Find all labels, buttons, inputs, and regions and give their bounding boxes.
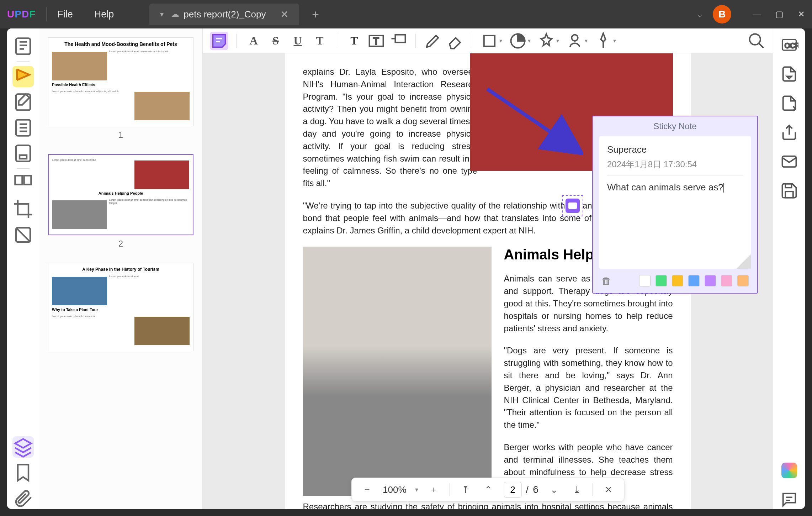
reader-mode-button[interactable] xyxy=(12,36,34,57)
comment-mode-button[interactable] xyxy=(12,66,34,87)
sticky-text-input[interactable]: What can animals serve as? xyxy=(607,182,743,193)
zoom-dropdown[interactable]: ▾ xyxy=(415,486,418,494)
svg-rect-20 xyxy=(785,184,791,188)
squiggly-tool[interactable]: T xyxy=(311,32,329,50)
callout-tool[interactable] xyxy=(389,32,408,50)
app-logo: UPDF xyxy=(7,9,36,20)
tab-dropdown-icon[interactable]: ▾ xyxy=(160,10,164,19)
highlight-tool[interactable]: A xyxy=(244,32,263,50)
sticky-author: Superace xyxy=(607,144,743,155)
sticky-color-swatch[interactable] xyxy=(688,275,700,286)
underline-tool[interactable]: U xyxy=(288,32,307,50)
svg-rect-11 xyxy=(484,35,495,46)
layers-button[interactable] xyxy=(12,436,34,458)
thumb-title: The Health and Mood-Boosting Benefits of… xyxy=(52,41,190,47)
email-button[interactable] xyxy=(780,152,798,171)
window-menu-icon[interactable]: ⌵ xyxy=(697,9,702,19)
text-tool[interactable]: T xyxy=(345,32,363,50)
svg-text:T: T xyxy=(373,35,379,46)
thumb-heading: Why to Take a Plant Tour xyxy=(52,307,190,312)
attachments-button[interactable] xyxy=(12,488,34,509)
paragraph: Researchers are studying the safety of b… xyxy=(303,501,673,509)
thumbnail-page-2[interactable]: Lorem ipsum dolor sit amet consectetur A… xyxy=(48,154,193,235)
strikethrough-tool[interactable]: S xyxy=(266,32,285,50)
ocr-button[interactable]: OCR xyxy=(780,36,798,54)
pen-tool[interactable] xyxy=(594,32,612,50)
page-total: 6 xyxy=(533,484,538,495)
shape-tool[interactable] xyxy=(480,32,499,50)
tab-close-icon[interactable]: ✕ xyxy=(280,9,288,20)
resize-handle[interactable] xyxy=(737,254,751,269)
save-button[interactable] xyxy=(780,181,798,200)
titlebar: UPDF File Help ▾ ☁ pets report(2)_Copy ✕… xyxy=(0,0,812,28)
sticky-popup-title: Sticky Note xyxy=(593,116,757,136)
menu-help[interactable]: Help xyxy=(94,9,114,20)
textbox-tool[interactable]: T xyxy=(367,32,386,50)
organize-mode-button[interactable] xyxy=(12,117,34,138)
redact-button[interactable] xyxy=(12,224,34,246)
minimize-button[interactable]: — xyxy=(753,9,761,19)
new-tab-button[interactable]: ＋ xyxy=(310,6,321,22)
zoom-level: 100% xyxy=(383,484,407,495)
sticky-note-marker[interactable] xyxy=(566,199,580,213)
page-separator: / xyxy=(526,484,529,495)
thumbnail-page-1[interactable]: The Health and Mood-Boosting Benefits of… xyxy=(48,37,193,126)
svg-rect-10 xyxy=(395,35,405,42)
eraser-tool[interactable] xyxy=(446,32,464,50)
prev-page-button[interactable]: ⌃ xyxy=(481,483,495,497)
thumbnails-panel: The Health and Mood-Boosting Benefits of… xyxy=(39,28,203,509)
next-page-button[interactable]: ⌄ xyxy=(547,483,561,497)
thumb-heading: Animals Helping People xyxy=(52,191,189,195)
convert-button[interactable] xyxy=(780,94,798,112)
sticker-tool[interactable] xyxy=(509,32,527,50)
sticky-color-swatch[interactable] xyxy=(737,275,749,286)
first-page-button[interactable]: ⤒ xyxy=(458,483,473,497)
sticky-note-tool[interactable] xyxy=(210,32,228,50)
sticky-color-swatch[interactable] xyxy=(705,275,716,286)
search-button[interactable] xyxy=(747,32,766,50)
export-button[interactable] xyxy=(780,65,798,83)
svg-rect-5 xyxy=(15,176,22,185)
signature-tool[interactable] xyxy=(566,32,584,50)
zoom-in-button[interactable]: + xyxy=(427,483,441,497)
pencil-tool[interactable] xyxy=(424,32,442,50)
maximize-button[interactable]: ▢ xyxy=(775,9,784,19)
sticky-color-swatch[interactable] xyxy=(639,275,651,286)
page-input[interactable] xyxy=(504,482,522,497)
form-mode-button[interactable] xyxy=(12,143,34,164)
thumb-number-1: 1 xyxy=(48,130,193,140)
user-avatar[interactable]: B xyxy=(713,5,731,23)
close-button[interactable]: ✕ xyxy=(798,9,805,19)
last-page-button[interactable]: ⤓ xyxy=(570,483,584,497)
svg-text:OCR: OCR xyxy=(785,42,798,49)
delete-sticky-button[interactable]: 🗑 xyxy=(601,275,613,286)
thumbnail-page-3[interactable]: A Key Phase in the History of Tourism Lo… xyxy=(48,263,193,351)
doc-image-cat xyxy=(303,247,492,496)
share-button[interactable] xyxy=(780,123,798,142)
bookmarks-button[interactable] xyxy=(12,462,34,483)
stamp-tool[interactable] xyxy=(537,32,556,50)
paragraph: explains Dr. Layla Esposito, who oversee… xyxy=(303,66,477,190)
menu-file[interactable]: File xyxy=(57,9,73,20)
close-nav-button[interactable]: ✕ xyxy=(601,483,616,497)
page-tools-button[interactable] xyxy=(12,173,34,194)
tab-title: pets report(2)_Copy xyxy=(184,9,266,20)
ai-button[interactable] xyxy=(780,461,798,480)
svg-rect-6 xyxy=(24,176,31,185)
cloud-icon: ☁ xyxy=(171,9,179,19)
sticky-color-swatch[interactable] xyxy=(721,275,732,286)
crop-button[interactable] xyxy=(12,199,34,220)
document-tab[interactable]: ▾ ☁ pets report(2)_Copy ✕ xyxy=(149,4,299,25)
sticky-color-swatch[interactable] xyxy=(672,275,683,286)
svg-point-14 xyxy=(750,34,760,44)
zoom-out-button[interactable]: − xyxy=(360,483,374,497)
annotation-toolbar: A S U T T T ▾ ▾ ▾ ▾ ▾ xyxy=(203,28,773,53)
edit-mode-button[interactable] xyxy=(12,91,34,113)
comments-panel-button[interactable] xyxy=(780,490,798,509)
sticky-color-swatch[interactable] xyxy=(656,275,667,286)
right-toolbar: OCR xyxy=(773,28,805,509)
sticky-note-popup: Sticky Note Superace 2024年1月8日 17:30:54 … xyxy=(592,116,758,294)
svg-rect-0 xyxy=(16,38,30,54)
thumb-number-2: 2 xyxy=(48,239,193,249)
svg-rect-19 xyxy=(785,191,793,198)
